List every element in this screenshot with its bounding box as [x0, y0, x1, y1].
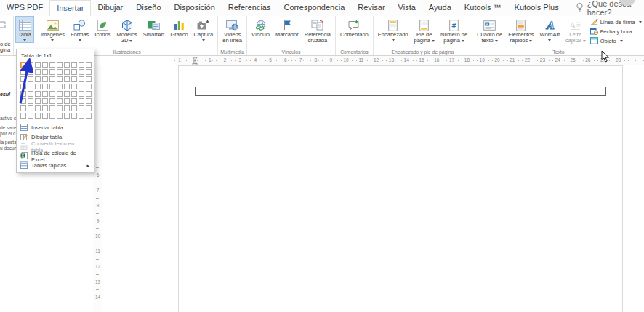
tab-correspondencia[interactable]: Correspondencia: [277, 0, 351, 16]
table-size-cell[interactable]: [86, 69, 92, 75]
table-size-cell[interactable]: [79, 113, 84, 119]
tab-insertar[interactable]: Insertar: [49, 0, 91, 16]
table-size-cell[interactable]: [79, 98, 84, 104]
table-size-cell[interactable]: [86, 84, 92, 89]
table-size-cell[interactable]: [49, 84, 55, 89]
table-size-cell[interactable]: [86, 113, 92, 119]
table-size-cell[interactable]: [71, 62, 77, 68]
table-size-cell[interactable]: [71, 69, 77, 75]
table-size-cell[interactable]: [79, 62, 84, 68]
table-size-cell[interactable]: [79, 69, 84, 75]
menu-item-insert-table[interactable]: Insertar tabla...: [17, 123, 94, 132]
table-size-cell[interactable]: [57, 98, 63, 104]
icons-button[interactable]: Iconos: [92, 16, 113, 39]
table-size-cell[interactable]: [49, 113, 55, 119]
table-size-cell[interactable]: [57, 69, 63, 75]
comment-button[interactable]: Comentario: [337, 16, 371, 39]
table-size-cell[interactable]: [49, 62, 55, 68]
table-size-cell[interactable]: [57, 62, 63, 68]
table-size-cell[interactable]: [35, 62, 41, 68]
table-size-cell[interactable]: [35, 76, 41, 82]
table-size-cell[interactable]: [86, 105, 92, 111]
screenshot-button[interactable]: Captura: [191, 16, 217, 43]
table-size-cell[interactable]: [57, 105, 63, 111]
table-size-cell[interactable]: [79, 105, 84, 111]
tab-revisar[interactable]: Revisar: [351, 0, 391, 16]
table-size-cell[interactable]: [71, 84, 77, 89]
table-size-cell[interactable]: [35, 91, 41, 97]
table-size-cell[interactable]: [28, 113, 33, 119]
table-button[interactable]: Tabla: [15, 16, 34, 43]
table-size-cell[interactable]: [35, 98, 41, 104]
table-size-cell[interactable]: [57, 84, 63, 89]
table-size-cell[interactable]: [35, 84, 41, 89]
3d-models-button[interactable]: Modelos3D: [113, 16, 140, 44]
ribbon-group-paginas-partial[interactable]: o de gina: [0, 16, 14, 55]
table-size-cell[interactable]: [42, 98, 48, 104]
tab-ayuda[interactable]: Ayuda: [422, 0, 458, 16]
tab-disposicion[interactable]: Disposición: [168, 0, 222, 16]
menu-item-excel-spreadsheet[interactable]: XHoja de cálculo de Excel: [17, 151, 94, 161]
table-size-cell[interactable]: [57, 91, 63, 97]
date-time-button[interactable]: Fecha y hora: [590, 28, 642, 36]
table-size-cell[interactable]: [49, 98, 55, 104]
tab-kutools[interactable]: Kutools ™: [458, 0, 508, 16]
table-size-cell[interactable]: [49, 76, 55, 82]
table-size-cell[interactable]: [86, 91, 92, 97]
table-size-cell[interactable]: [35, 113, 41, 119]
horizontal-ruler[interactable]: 1123456789101112131415161718192021222324…: [174, 56, 644, 65]
wordart-button[interactable]: AWordArt: [537, 16, 563, 43]
table-size-cell[interactable]: [79, 91, 84, 97]
tab-dibujar[interactable]: Dibujar: [91, 0, 129, 16]
table-size-cell[interactable]: [49, 91, 55, 97]
textbox-button[interactable]: ACuadro detexto: [474, 16, 505, 44]
drop-cap-button[interactable]: ALetracapital: [563, 16, 589, 44]
table-size-cell[interactable]: [49, 69, 55, 75]
table-size-cell[interactable]: [35, 69, 41, 75]
bookmark-button[interactable]: Marcador: [273, 16, 302, 39]
table-size-cell[interactable]: [64, 76, 70, 82]
table-size-cell[interactable]: [57, 76, 63, 82]
table-size-cell[interactable]: [42, 62, 48, 68]
table-size-cell[interactable]: [42, 76, 48, 82]
table-size-cell[interactable]: [42, 91, 48, 97]
table-size-cell[interactable]: [42, 69, 48, 75]
table-size-cell[interactable]: [71, 113, 77, 119]
images-button[interactable]: Imágenes: [38, 16, 68, 43]
table-size-cell[interactable]: [64, 84, 70, 89]
table-size-cell[interactable]: [86, 98, 92, 104]
link-button[interactable]: Vínculo: [249, 16, 273, 39]
table-size-cell[interactable]: [64, 69, 70, 75]
table-size-cell[interactable]: [20, 113, 26, 119]
table-size-cell[interactable]: [49, 105, 55, 111]
table-size-cell[interactable]: [79, 76, 84, 82]
tab-kutools-plus[interactable]: Kutools Plus: [508, 0, 565, 16]
header-button[interactable]: Encabezado: [375, 16, 411, 43]
tab-wps-pdf[interactable]: WPS PDF: [0, 0, 49, 16]
table-size-cell[interactable]: [42, 113, 48, 119]
table-size-cell[interactable]: [64, 91, 70, 97]
table-size-cell[interactable]: [86, 62, 92, 68]
table-size-cell[interactable]: [64, 105, 70, 111]
table-size-cell[interactable]: [42, 105, 48, 111]
table-size-cell[interactable]: [42, 84, 48, 89]
chart-button[interactable]: Gráfico: [167, 16, 190, 39]
table-size-cell[interactable]: [71, 98, 77, 104]
shapes-button[interactable]: Formas: [68, 16, 92, 43]
online-videos-button[interactable]: Vídeosen línea: [220, 16, 245, 44]
tab-vista[interactable]: Vista: [392, 0, 422, 16]
table-size-cell[interactable]: [35, 105, 41, 111]
table-size-cell[interactable]: [71, 105, 77, 111]
page-number-button[interactable]: #Número depágina: [438, 16, 470, 44]
footer-button[interactable]: Pie depágina: [411, 16, 438, 44]
table-size-cell[interactable]: [71, 76, 77, 82]
object-button[interactable]: Objeto: [590, 37, 642, 45]
table-size-cell[interactable]: [64, 98, 70, 104]
table-size-cell[interactable]: [57, 113, 63, 119]
table-size-cell[interactable]: [64, 62, 70, 68]
table-size-cell[interactable]: [64, 113, 70, 119]
table-size-cell[interactable]: [86, 76, 92, 82]
smartart-button[interactable]: SmartArt: [140, 16, 168, 39]
tab-diseno[interactable]: Diseño: [129, 0, 167, 16]
table-size-cell[interactable]: [71, 91, 77, 97]
